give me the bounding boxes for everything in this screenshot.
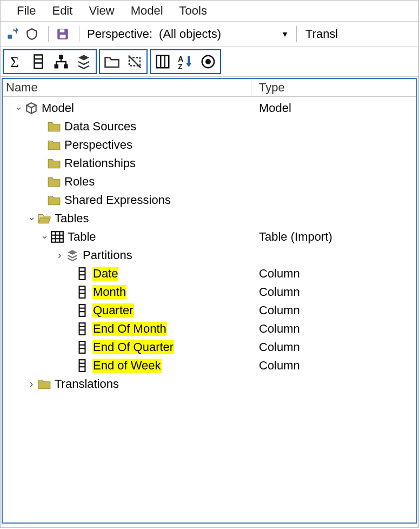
tree-label: End of Week xyxy=(92,359,162,373)
display-folders-icon[interactable] xyxy=(101,51,123,72)
columns-icon[interactable] xyxy=(28,51,49,72)
svg-rect-18 xyxy=(51,232,63,242)
tree-row-partitions[interactable]: Partitions xyxy=(3,246,416,264)
tree-body: Model Model Data Sources Perspectives xyxy=(3,97,416,393)
hidden-objects-icon[interactable] xyxy=(124,51,145,72)
tree-row-column-end-of-quarter[interactable]: End Of Quarter Column xyxy=(3,338,416,356)
tree-row-perspectives[interactable]: Perspectives xyxy=(3,136,416,154)
table-icon xyxy=(50,230,64,244)
toolbar-filter-row: Σ AZ xyxy=(1,47,418,77)
expander-icon[interactable] xyxy=(26,213,36,224)
svg-rect-4 xyxy=(35,55,43,69)
column-icon xyxy=(75,359,89,373)
separator xyxy=(79,26,79,42)
separator xyxy=(48,26,49,42)
expander-icon[interactable] xyxy=(39,231,49,243)
tree-type: Column xyxy=(251,359,300,373)
svg-rect-1 xyxy=(60,35,66,38)
column-icon xyxy=(75,303,89,318)
translations-label[interactable]: Transl xyxy=(305,27,338,41)
toolbar-group-view: AZ xyxy=(150,49,221,74)
measures-icon[interactable]: Σ xyxy=(5,51,26,72)
svg-rect-35 xyxy=(79,341,85,353)
svg-rect-23 xyxy=(79,268,85,280)
svg-text:Σ: Σ xyxy=(10,54,19,70)
tree-type: Column xyxy=(251,340,300,354)
tree-row-column-date[interactable]: Date Column xyxy=(3,264,416,283)
expander-icon[interactable] xyxy=(26,378,36,391)
tree-label: Tables xyxy=(55,211,89,226)
menu-file[interactable]: File xyxy=(17,4,36,18)
metadata-icon[interactable] xyxy=(197,51,219,72)
column-icon xyxy=(75,340,89,354)
tree-row-table[interactable]: Table Table (Import) xyxy=(3,228,416,246)
svg-rect-7 xyxy=(59,55,63,59)
folder-icon xyxy=(47,193,61,207)
expander-icon[interactable] xyxy=(14,102,23,114)
svg-rect-8 xyxy=(55,64,59,69)
tree-label: Translations xyxy=(55,377,119,391)
tree-label: Relationships xyxy=(64,156,136,170)
tree-label: Data Sources xyxy=(64,120,136,134)
header-type[interactable]: Type xyxy=(251,81,416,95)
tree-row-column-end-of-week[interactable]: End of Week Column xyxy=(3,356,416,375)
svg-rect-38 xyxy=(79,360,85,372)
menu-tools[interactable]: Tools xyxy=(179,4,207,18)
deploy-icon[interactable] xyxy=(23,25,41,43)
tree-type: Model xyxy=(251,101,291,115)
tree-row-model[interactable]: Model Model xyxy=(3,99,416,117)
tree-label: End Of Quarter xyxy=(92,340,174,354)
sort-icon[interactable]: AZ xyxy=(175,51,196,72)
perspective-dropdown[interactable]: (All objects) ▼ xyxy=(157,26,291,42)
toolbar-group-objects: Σ xyxy=(3,49,97,74)
tree-panel: Name Type Model Model Da xyxy=(2,78,417,524)
svg-rect-29 xyxy=(79,305,85,316)
tree-label: Shared Expressions xyxy=(64,193,171,207)
tree-row-relationships[interactable]: Relationships xyxy=(3,154,416,173)
tree-type: Column xyxy=(251,322,300,336)
svg-rect-9 xyxy=(64,64,68,69)
tree-row-shared-expressions[interactable]: Shared Expressions xyxy=(3,191,416,209)
tree-row-data-sources[interactable]: Data Sources xyxy=(3,117,416,136)
tree-label: Month xyxy=(92,285,126,299)
toolbar-group-folders xyxy=(99,49,148,74)
partitions-icon[interactable] xyxy=(73,51,95,72)
tree-type: Column xyxy=(251,303,300,318)
svg-text:Z: Z xyxy=(178,63,182,70)
save-icon[interactable] xyxy=(54,25,71,43)
folder-icon xyxy=(37,377,51,391)
menu-view[interactable]: View xyxy=(89,4,114,18)
tree-row-translations[interactable]: Translations xyxy=(3,375,416,393)
tree-label: Quarter xyxy=(92,303,134,318)
connect-icon[interactable] xyxy=(4,25,21,43)
menubar: File Edit View Model Tools xyxy=(1,1,418,21)
tree-header: Name Type xyxy=(3,79,416,97)
menu-model[interactable]: Model xyxy=(131,4,163,18)
svg-rect-26 xyxy=(79,286,85,298)
tree-label: Date xyxy=(92,267,118,281)
tree-row-column-quarter[interactable]: Quarter Column xyxy=(3,301,416,320)
tree-row-column-end-of-month[interactable]: End Of Month Column xyxy=(3,320,416,338)
chevron-down-icon: ▼ xyxy=(281,30,289,38)
svg-rect-2 xyxy=(60,29,65,32)
folder-icon xyxy=(47,138,61,152)
toolbar-perspective-row: Perspective: (All objects) ▼ Transl xyxy=(1,21,418,47)
expander-icon[interactable] xyxy=(55,249,64,262)
perspective-label: Perspective: xyxy=(87,27,152,41)
menu-edit[interactable]: Edit xyxy=(52,4,72,18)
tree-label: Table xyxy=(68,230,96,244)
header-name[interactable]: Name xyxy=(3,79,251,96)
tree-label: Roles xyxy=(64,175,95,189)
tree-type: Column xyxy=(251,285,300,299)
partitions-icon xyxy=(65,248,79,262)
svg-rect-11 xyxy=(157,56,169,68)
tree-row-column-month[interactable]: Month Column xyxy=(3,283,416,301)
show-columns-icon[interactable] xyxy=(152,51,174,72)
tree-label: End Of Month xyxy=(92,322,167,336)
tree-row-tables[interactable]: Tables xyxy=(3,209,416,228)
folder-open-icon xyxy=(37,211,51,226)
tree-row-roles[interactable]: Roles xyxy=(3,173,416,191)
hierarchies-icon[interactable] xyxy=(50,51,72,72)
separator xyxy=(296,26,297,42)
folder-icon xyxy=(47,120,61,134)
